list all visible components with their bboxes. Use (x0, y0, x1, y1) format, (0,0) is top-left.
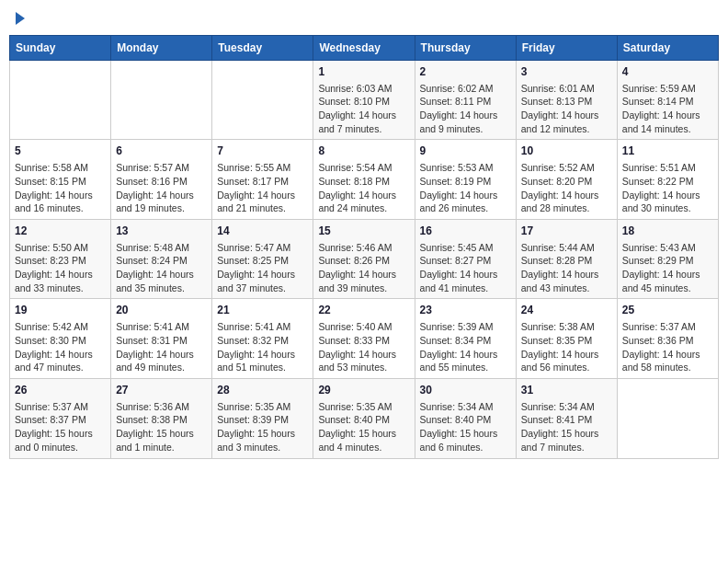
calendar-cell: 24Sunrise: 5:38 AMSunset: 8:35 PMDayligh… (516, 299, 617, 379)
day-info: Sunrise: 5:55 AMSunset: 8:17 PMDaylight:… (217, 161, 308, 215)
day-info: Sunrise: 5:50 AMSunset: 8:23 PMDaylight:… (15, 241, 106, 295)
calendar-header-saturday: Saturday (617, 35, 718, 60)
day-info: Sunrise: 5:39 AMSunset: 8:34 PMDaylight:… (420, 320, 511, 374)
calendar-header-friday: Friday (516, 35, 617, 60)
day-number: 27 (116, 383, 207, 398)
day-number: 29 (318, 383, 409, 398)
calendar-cell: 8Sunrise: 5:54 AMSunset: 8:18 PMDaylight… (313, 140, 415, 220)
calendar-header-row: SundayMondayTuesdayWednesdayThursdayFrid… (10, 35, 719, 60)
calendar-cell: 27Sunrise: 5:36 AMSunset: 8:38 PMDayligh… (111, 378, 212, 458)
day-info: Sunrise: 5:37 AMSunset: 8:37 PMDaylight:… (15, 400, 106, 454)
day-number: 17 (521, 224, 612, 239)
day-number: 20 (116, 303, 207, 318)
calendar-cell: 6Sunrise: 5:57 AMSunset: 8:16 PMDaylight… (111, 140, 212, 220)
calendar-cell: 15Sunrise: 5:46 AMSunset: 8:26 PMDayligh… (313, 219, 415, 299)
day-info: Sunrise: 5:34 AMSunset: 8:40 PMDaylight:… (420, 400, 511, 454)
day-info: Sunrise: 5:53 AMSunset: 8:19 PMDaylight:… (420, 161, 511, 215)
calendar-cell: 3Sunrise: 6:01 AMSunset: 8:13 PMDaylight… (516, 60, 617, 140)
calendar-cell: 23Sunrise: 5:39 AMSunset: 8:34 PMDayligh… (415, 299, 516, 379)
day-info: Sunrise: 5:47 AMSunset: 8:25 PMDaylight:… (217, 241, 308, 295)
calendar-cell: 26Sunrise: 5:37 AMSunset: 8:37 PMDayligh… (10, 378, 111, 458)
day-number: 19 (15, 303, 106, 318)
calendar-cell: 17Sunrise: 5:44 AMSunset: 8:28 PMDayligh… (516, 219, 617, 299)
calendar-header-thursday: Thursday (415, 35, 516, 60)
day-info: Sunrise: 5:35 AMSunset: 8:40 PMDaylight:… (318, 400, 409, 454)
calendar-cell: 29Sunrise: 5:35 AMSunset: 8:40 PMDayligh… (313, 378, 415, 458)
calendar-cell: 31Sunrise: 5:34 AMSunset: 8:41 PMDayligh… (516, 378, 617, 458)
day-number: 2 (420, 64, 511, 80)
day-number: 12 (15, 224, 106, 239)
day-number: 22 (318, 303, 409, 318)
day-info: Sunrise: 5:41 AMSunset: 8:32 PMDaylight:… (217, 320, 308, 374)
calendar-header-monday: Monday (111, 35, 212, 60)
logo-text (13, 9, 25, 28)
calendar-cell: 25Sunrise: 5:37 AMSunset: 8:36 PMDayligh… (617, 299, 718, 379)
day-info: Sunrise: 5:54 AMSunset: 8:18 PMDaylight:… (318, 161, 409, 215)
day-number: 8 (318, 144, 409, 159)
day-info: Sunrise: 5:57 AMSunset: 8:16 PMDaylight:… (116, 161, 207, 215)
calendar-header-sunday: Sunday (10, 35, 111, 60)
calendar-cell: 16Sunrise: 5:45 AMSunset: 8:27 PMDayligh… (415, 219, 516, 299)
day-number: 25 (622, 303, 713, 318)
calendar-cell: 21Sunrise: 5:41 AMSunset: 8:32 PMDayligh… (212, 299, 313, 379)
day-number: 23 (420, 303, 511, 318)
calendar-cell: 12Sunrise: 5:50 AMSunset: 8:23 PMDayligh… (10, 219, 111, 299)
day-info: Sunrise: 5:59 AMSunset: 8:14 PMDaylight:… (622, 82, 713, 136)
day-info: Sunrise: 5:48 AMSunset: 8:24 PMDaylight:… (116, 241, 207, 295)
day-info: Sunrise: 5:45 AMSunset: 8:27 PMDaylight:… (420, 241, 511, 295)
calendar-cell: 4Sunrise: 5:59 AMSunset: 8:14 PMDaylight… (617, 60, 718, 140)
calendar-cell: 19Sunrise: 5:42 AMSunset: 8:30 PMDayligh… (10, 299, 111, 379)
calendar-cell (10, 60, 111, 140)
day-info: Sunrise: 5:46 AMSunset: 8:26 PMDaylight:… (318, 241, 409, 295)
day-number: 18 (622, 224, 713, 239)
day-info: Sunrise: 5:43 AMSunset: 8:29 PMDaylight:… (622, 241, 713, 295)
calendar-cell (212, 60, 313, 140)
day-number: 26 (15, 383, 106, 398)
calendar-cell: 7Sunrise: 5:55 AMSunset: 8:17 PMDaylight… (212, 140, 313, 220)
calendar-week-row: 26Sunrise: 5:37 AMSunset: 8:37 PMDayligh… (10, 378, 719, 458)
day-info: Sunrise: 5:37 AMSunset: 8:36 PMDaylight:… (622, 320, 713, 374)
day-number: 21 (217, 303, 308, 318)
calendar-week-row: 5Sunrise: 5:58 AMSunset: 8:15 PMDaylight… (10, 140, 719, 220)
day-info: Sunrise: 5:42 AMSunset: 8:30 PMDaylight:… (15, 320, 106, 374)
page-header (9, 9, 719, 28)
day-number: 9 (420, 144, 511, 159)
day-info: Sunrise: 6:02 AMSunset: 8:11 PMDaylight:… (420, 82, 511, 136)
day-number: 7 (217, 144, 308, 159)
day-info: Sunrise: 5:38 AMSunset: 8:35 PMDaylight:… (521, 320, 612, 374)
day-number: 24 (521, 303, 612, 318)
day-number: 1 (318, 64, 409, 80)
day-number: 15 (318, 224, 409, 239)
calendar-cell: 5Sunrise: 5:58 AMSunset: 8:15 PMDaylight… (10, 140, 111, 220)
logo-arrow-icon (16, 12, 25, 25)
calendar-cell: 20Sunrise: 5:41 AMSunset: 8:31 PMDayligh… (111, 299, 212, 379)
calendar-cell: 1Sunrise: 6:03 AMSunset: 8:10 PMDaylight… (313, 60, 415, 140)
calendar-header-wednesday: Wednesday (313, 35, 415, 60)
calendar-cell (111, 60, 212, 140)
calendar-cell: 10Sunrise: 5:52 AMSunset: 8:20 PMDayligh… (516, 140, 617, 220)
day-number: 4 (622, 64, 713, 80)
day-number: 31 (521, 383, 612, 398)
calendar-cell: 11Sunrise: 5:51 AMSunset: 8:22 PMDayligh… (617, 140, 718, 220)
calendar-cell: 2Sunrise: 6:02 AMSunset: 8:11 PMDaylight… (415, 60, 516, 140)
calendar-cell: 9Sunrise: 5:53 AMSunset: 8:19 PMDaylight… (415, 140, 516, 220)
calendar-cell: 28Sunrise: 5:35 AMSunset: 8:39 PMDayligh… (212, 378, 313, 458)
day-number: 5 (15, 144, 106, 159)
calendar-header-tuesday: Tuesday (212, 35, 313, 60)
calendar-cell: 22Sunrise: 5:40 AMSunset: 8:33 PMDayligh… (313, 299, 415, 379)
day-number: 6 (116, 144, 207, 159)
calendar-cell: 18Sunrise: 5:43 AMSunset: 8:29 PMDayligh… (617, 219, 718, 299)
day-info: Sunrise: 5:40 AMSunset: 8:33 PMDaylight:… (318, 320, 409, 374)
day-info: Sunrise: 5:34 AMSunset: 8:41 PMDaylight:… (521, 400, 612, 454)
calendar-table: SundayMondayTuesdayWednesdayThursdayFrid… (9, 35, 719, 459)
day-number: 28 (217, 383, 308, 398)
day-info: Sunrise: 5:35 AMSunset: 8:39 PMDaylight:… (217, 400, 308, 454)
day-info: Sunrise: 5:51 AMSunset: 8:22 PMDaylight:… (622, 161, 713, 215)
day-info: Sunrise: 6:01 AMSunset: 8:13 PMDaylight:… (521, 82, 612, 136)
day-info: Sunrise: 5:58 AMSunset: 8:15 PMDaylight:… (15, 161, 106, 215)
day-number: 16 (420, 224, 511, 239)
calendar-cell: 13Sunrise: 5:48 AMSunset: 8:24 PMDayligh… (111, 219, 212, 299)
logo (13, 9, 25, 28)
day-number: 10 (521, 144, 612, 159)
day-info: Sunrise: 5:36 AMSunset: 8:38 PMDaylight:… (116, 400, 207, 454)
